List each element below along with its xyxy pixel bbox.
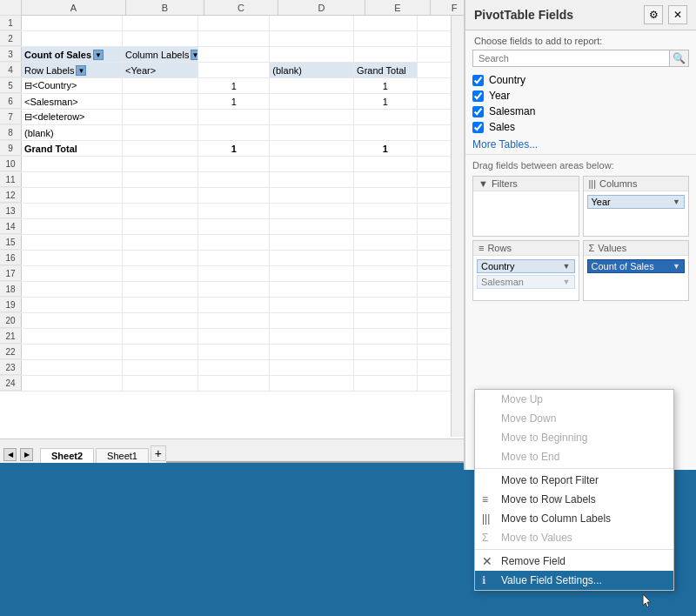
grand-total-header: Grand Total [354, 63, 418, 77]
col-header-c: C [204, 0, 278, 15]
filters-area-content[interactable] [473, 191, 579, 198]
search-input[interactable] [473, 50, 669, 66]
ctx-move-down: Move Down [475, 409, 673, 428]
field-label-sales: Sales [489, 121, 515, 133]
table-row: 13 [0, 204, 464, 219]
values-icon: Σ [589, 243, 595, 253]
field-item-sales: Sales [472, 119, 689, 135]
col-header-d: D [278, 0, 365, 15]
table-row: 14 [0, 219, 464, 235]
row-labels-cell[interactable]: Row Labels ▼ [22, 63, 123, 77]
ctx-move-col-labels[interactable]: |||Move to Column Labels [475, 509, 673, 528]
ctx-move-up: Move Up [475, 390, 673, 409]
field-label-salesman: Salesman [489, 105, 535, 117]
ctx-separator-2 [475, 549, 673, 550]
field-checkbox-sales[interactable] [472, 122, 484, 133]
pivot-close-btn[interactable]: ✕ [668, 5, 687, 24]
table-row: 8 (blank) [0, 125, 464, 141]
ctx-separator-1 [475, 468, 673, 469]
columns-tag-year-dropdown[interactable]: ▼ [673, 198, 680, 206]
table-row: 17 [0, 266, 464, 282]
pivot-panel-title: PivotTable Fields [474, 8, 573, 22]
field-checkbox-country[interactable] [472, 75, 484, 86]
col-labels-dropdown[interactable]: ▼ [191, 50, 198, 60]
field-label-year: Year [489, 90, 510, 102]
columns-tag-year[interactable]: Year ▼ [587, 195, 686, 209]
table-row: 18 [0, 282, 464, 298]
sheet-tab-sheet1[interactable]: Sheet1 [96, 448, 149, 463]
field-item-salesman: Salesman [472, 104, 689, 119]
table-row: 6 <Salesman> 1 1 [0, 94, 464, 110]
pivot-panel-header: PivotTable Fields ⚙ ✕ [465, 0, 696, 30]
values-area-content: Count of Sales ▼ [584, 256, 689, 278]
prev-sheet-btn[interactable]: ◀ [3, 448, 17, 461]
rows-area-content: Country ▼ Salesman ▼ [473, 256, 579, 294]
table-row: 5 ⊟<Country> 1 1 [0, 78, 464, 94]
ctx-move-end: Move to End [475, 447, 673, 466]
table-row: 11 [0, 172, 464, 188]
rows-tag-country-dropdown[interactable]: ▼ [563, 262, 571, 271]
search-icon[interactable]: 🔍 [669, 50, 688, 66]
ctx-move-values: ΣMove to Values [475, 528, 673, 547]
areas-grid: ▼ Filters ||| Columns Year ▼ [472, 176, 689, 301]
rows-icon: ≡ [478, 243, 484, 253]
table-row: 20 [0, 313, 464, 329]
values-tag-dropdown[interactable]: ▼ [673, 262, 680, 271]
blank-row-cell: (blank) [22, 125, 123, 140]
table-row: 3 Count of Sales ▼ Column Labels ▼ [0, 47, 464, 63]
vertical-scrollbar[interactable] [451, 16, 464, 437]
field-item-country: Country [472, 72, 689, 88]
more-tables-link[interactable]: More Tables... [465, 135, 696, 154]
table-row: 10 [0, 157, 464, 172]
ctx-remove-field[interactable]: ✕Remove Field [475, 552, 673, 571]
row-labels-dropdown[interactable]: ▼ [76, 65, 86, 76]
year-header-cell[interactable]: <Year> [123, 63, 198, 77]
values-tag-count-sales[interactable]: Count of Sales ▼ [587, 259, 686, 273]
pivot-settings-btn[interactable]: ⚙ [644, 5, 663, 24]
rows-tag-salesman-label: Salesman [481, 277, 524, 287]
corner-cell [0, 0, 22, 16]
table-row: 24 [0, 376, 464, 392]
rows-tag-salesman-dropdown[interactable]: ▼ [563, 278, 571, 286]
table-row: 2 [0, 31, 464, 47]
country-row-cell[interactable]: ⊟<Country> [22, 78, 123, 93]
field-checkbox-year[interactable] [472, 90, 484, 102]
values-area: Σ Values Count of Sales ▼ [583, 240, 690, 301]
rows-label: Rows [487, 243, 512, 253]
ctx-move-report-filter[interactable]: Move to Report Filter [475, 471, 673, 490]
ctx-move-row-labels[interactable]: ≡Move to Row Labels [475, 490, 673, 509]
field-item-year: Year [472, 88, 689, 104]
col-header-e: E [365, 0, 431, 15]
table-row: 1 [0, 16, 464, 31]
table-row: 21 [0, 329, 464, 345]
field-label-country: Country [489, 74, 525, 86]
table-row: 16 [0, 251, 464, 266]
table-row: 7 ⊟<deleterow> [0, 110, 464, 125]
rows-tag-country[interactable]: Country ▼ [477, 259, 575, 273]
rows-area: ≡ Rows Country ▼ Salesman ▼ [472, 240, 579, 301]
field-checkbox-salesman[interactable] [472, 106, 484, 117]
col-header-b: B [126, 0, 204, 15]
columns-area: ||| Columns Year ▼ [583, 176, 690, 237]
count-sales-dropdown[interactable]: ▼ [93, 50, 104, 60]
values-tag-label: Count of Sales [592, 261, 654, 271]
filters-label: Filters [492, 178, 518, 189]
columns-area-content: Year ▼ [584, 191, 689, 214]
sheet-tab-sheet2[interactable]: Sheet2 [40, 448, 94, 463]
table-row: 12 [0, 188, 464, 204]
salesman-row-cell: <Salesman> [22, 94, 123, 109]
values-label: Values [598, 243, 626, 253]
col-labels-cell[interactable]: Column Labels ▼ [123, 47, 198, 62]
filters-area-header: ▼ Filters [473, 177, 579, 191]
count-of-sales-cell[interactable]: Count of Sales ▼ [22, 47, 123, 62]
filters-icon: ▼ [478, 178, 488, 189]
sheet-tabs: ◀ ▶ Sheet2 Sheet1 + [0, 439, 464, 463]
ctx-value-field-settings[interactable]: ℹValue Field Settings... [475, 571, 673, 590]
next-sheet-btn[interactable]: ▶ [20, 448, 33, 461]
rows-tag-salesman[interactable]: Salesman ▼ [477, 275, 575, 289]
table-row: 4 Row Labels ▼ <Year> (blank) Grand Tota… [0, 63, 464, 78]
context-menu: Move Up Move Down Move to Beginning Move… [474, 389, 674, 591]
add-sheet-btn[interactable]: + [151, 445, 166, 461]
pivot-areas-title: Drag fields between areas below: [472, 160, 689, 171]
table-row: 15 [0, 235, 464, 251]
